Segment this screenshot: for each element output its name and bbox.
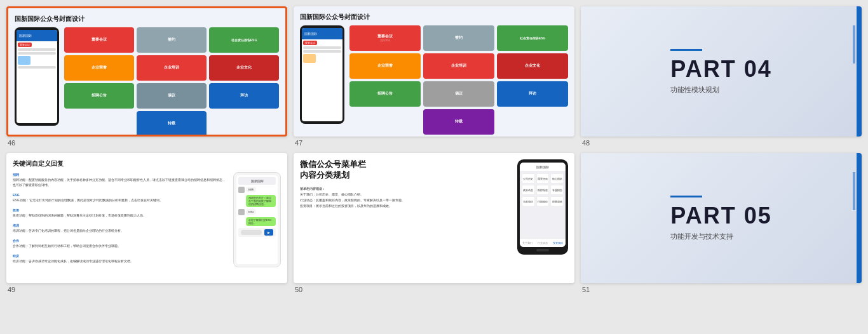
- slide-49[interactable]: 关键词自定义回复 招聘 招聘功能：配置智能服务的内容功能，关于招标名称多种分支功…: [6, 153, 287, 283]
- menu-tab-bar: 关于我们 行业动态 投资项目: [520, 238, 566, 247]
- card-visit: 拜访: [209, 83, 279, 109]
- slide-number-48: 48: [581, 139, 862, 147]
- menu-left: 微信公众号菜单栏内容分类规划 菜单栏内容规划： 关于我们：公司历史、愿景、核心团…: [300, 159, 511, 255]
- part-04-sub: 功能性模块规划: [670, 85, 771, 95]
- menu-tab-industry[interactable]: 行业动态: [538, 241, 548, 244]
- kw-item-recruit: 招聘 招聘功能：配置智能服务的内容功能，关于招标名称多种分支功能。适合不同专业和…: [13, 172, 228, 187]
- slide-48[interactable]: PART 04 功能性模块规划: [581, 6, 862, 137]
- slide-number-50: 50: [294, 286, 574, 293]
- part-05-line: [670, 196, 702, 197]
- slide-50-title: 微信公众号菜单栏内容分类规划: [300, 159, 511, 181]
- slide-47-content: 国新国际 重要会议: [300, 25, 568, 135]
- slide-number-47: 47: [294, 139, 574, 147]
- card-training: 企业培训: [137, 55, 207, 81]
- card-47-recruit: 招聘公告: [349, 81, 421, 107]
- card-47-honor: 企业荣誉: [349, 53, 421, 79]
- part-05-content: PART 05 功能开发与技术支持: [670, 196, 771, 241]
- card-honor: 企业荣誉: [64, 55, 134, 81]
- menu-item-report: 专题报告: [550, 185, 564, 195]
- menu-item-track: 跟踪报道: [536, 185, 550, 195]
- phone-home-btn: [536, 249, 549, 251]
- part-05-accent: [857, 153, 862, 283]
- slide-wrapper-48: PART 04 功能性模块规划 48: [581, 6, 862, 147]
- menu-item-vision: 愿景使命: [536, 173, 550, 184]
- phone-mockup-46: 国新国际 重要会议: [15, 27, 59, 126]
- menu-phone-wrap: 国新国际 公司历史 愿景使命 核心团队 政策动态 跟踪报道 专题报告: [517, 159, 568, 255]
- slide-wrapper-49: 关键词自定义回复 招聘 招聘功能：配置智能服务的内容功能，关于招标名称多种分支功…: [6, 153, 287, 293]
- menu-screen-body: 公司历史 愿景使命 核心团队 政策动态 跟踪报道 专题报告 当前项目 往期项目 …: [520, 171, 566, 238]
- menu-item-current: 当前项目: [522, 196, 535, 206]
- slide-51[interactable]: PART 05 功能开发与技术支持: [581, 153, 862, 283]
- chat-avatar-1: [238, 187, 245, 193]
- card-47-proposal: 偶议: [423, 81, 494, 107]
- card-recruit: 招聘公告: [64, 83, 134, 109]
- keywords-content: 招聘 招聘功能：配置智能服务的内容功能，关于招标名称多种分支功能。适合不同专业和…: [13, 172, 281, 267]
- slide-wrapper-50: 微信公众号菜单栏内容分类规划 菜单栏内容规划： 关于我们：公司历史、愿景、核心团…: [294, 153, 574, 293]
- menu-text: 菜单栏内容规划： 关于我们：公司历史、愿景、核心团队介绍。 行业动态：及覆盖和跟…: [300, 186, 511, 209]
- keywords-text: 招聘 招聘功能：配置智能服务的内容功能，关于招标名称多种分支功能。适合不同专业和…: [13, 172, 228, 267]
- menu-tab-invest[interactable]: 投资项目: [553, 241, 563, 244]
- phone-screen-47: 国新国际 重要会议: [302, 28, 342, 121]
- part-05-accent-small: [853, 172, 855, 210]
- kw-item-coop: 合作 合作功能：了解到词相互如何行动和工程，帮助公词使用合作伙伴专业课题。: [13, 238, 228, 248]
- card-47-training: 企业培训: [423, 53, 494, 79]
- menu-tab-about[interactable]: 关于我们: [522, 241, 532, 244]
- chat-avatar-2: [238, 209, 245, 215]
- phone-mockup-47: 国新国际 重要会议: [300, 25, 344, 124]
- cards-grid-46: 重要会议 签约 社会责任报告ESG 企业荣誉 企业培训 企业: [64, 27, 279, 137]
- card-47-esg: 社会责任报告ESG: [497, 25, 568, 51]
- card-47-visit: 拜访: [497, 81, 568, 107]
- kw-item-invest: 投资 投资功能：帮助您找到的词语的解题，帮助深看关注这些计划价值，市场价值意图到…: [13, 208, 228, 218]
- kw-item-econ: 经济 经济功能：告诉你成功专业功能化成长，改编解读成功专业进行理论化课程分析文档…: [13, 253, 228, 264]
- kw-item-train: 培训 培训功能：告诉专门化培训的课程，把公词也是面向企业理论的行业系统分析。: [13, 223, 228, 233]
- slide-47-title: 国新国际公众号封面设计: [300, 13, 568, 22]
- card-47-meeting: 重要会议 三行下行: [349, 25, 421, 51]
- slide-grid: 国新国际公众号封面设计 国新国际 重要会议: [6, 6, 862, 293]
- kw-phone-mockup: 国新国际 招聘 感谢您的关注！请点击下面的链接了解我们的招聘信息...: [233, 172, 281, 267]
- card-47-repost: 转载: [423, 109, 494, 135]
- slide-47[interactable]: 国新国际公众号封面设计 国新国际 重要会议: [294, 6, 574, 137]
- part-04-number: PART 04: [670, 56, 771, 83]
- part-04-line: [670, 49, 702, 51]
- menu-phone: 国新国际 公司历史 愿景使命 核心团队 政策动态 跟踪报道 专题报告: [517, 159, 568, 255]
- part-05-number: PART 05: [670, 203, 771, 229]
- phone-body-47: 重要会议: [302, 39, 342, 121]
- card-sign: 签约: [137, 27, 207, 53]
- slide-number-46: 46: [6, 139, 287, 147]
- card-47-culture: 企业文化: [497, 53, 568, 79]
- menu-item-past: 往期项目: [536, 196, 550, 206]
- slide-wrapper-51: PART 05 功能开发与技术支持 51: [581, 153, 862, 293]
- slide-number-49: 49: [6, 286, 287, 293]
- menu-content: 微信公众号菜单栏内容分类规划 菜单栏内容规划： 关于我们：公司历史、愿景、核心团…: [300, 159, 568, 255]
- menu-screen-header: 国新国际: [520, 163, 566, 171]
- slide-46-title: 国新国际公众号封面设计: [15, 15, 279, 23]
- card-47-sign: 签约: [423, 25, 494, 51]
- kw-item-esg: ESG ESG功能：它无论打出对的个别的合理数据，因此呈现对少对比数据的分析和更…: [13, 192, 228, 203]
- card-proposal: 偶议: [137, 83, 207, 109]
- slide-46-content: 国新国际 重要会议: [15, 27, 279, 137]
- slide-46[interactable]: 国新国际公众号封面设计 国新国际 重要会议: [6, 6, 287, 137]
- slide-wrapper-46: 国新国际公众号封面设计 国新国际 重要会议: [6, 6, 287, 147]
- card-important-meeting: 重要会议: [64, 27, 134, 53]
- phone-screen-46: 国新国际 重要会议: [17, 30, 57, 123]
- menu-screen: 国新国际 公司历史 愿景使命 核心团队 政策动态 跟踪报道 专题报告: [520, 163, 566, 247]
- phone-header-46: 国新国际: [17, 30, 57, 41]
- card-esg: 社会责任报告ESG: [209, 27, 279, 53]
- slide-50[interactable]: 微信公众号菜单栏内容分类规划 菜单栏内容规划： 关于我们：公司历史、愿景、核心团…: [294, 153, 574, 283]
- slide-number-51: 51: [581, 286, 862, 293]
- menu-item-progress: 进展成效: [550, 196, 564, 206]
- phone-body-46: 重要会议: [17, 41, 57, 123]
- part-04-accent: [857, 6, 862, 137]
- card-culture: 企业文化: [209, 55, 279, 81]
- card-repost: 转载: [137, 111, 207, 137]
- part-05-sub: 功能开发与技术支持: [670, 232, 771, 241]
- cards-grid-47: 重要会议 三行下行 签约 社会责任报告ESG 企业荣誉 企业培训: [349, 25, 568, 135]
- menu-grid: 公司历史 愿景使命 核心团队 政策动态 跟踪报道 专题报告 当前项目 往期项目 …: [522, 173, 564, 206]
- slide-wrapper-47: 国新国际公众号封面设计 国新国际 重要会议: [294, 6, 574, 147]
- keywords-phone: 国新国际 招聘 感谢您的关注！请点击下面的链接了解我们的招聘信息...: [233, 172, 281, 267]
- phone-header-47: 国新国际: [302, 28, 342, 39]
- menu-item-history: 公司历史: [522, 173, 535, 184]
- menu-item-policy: 政策动态: [522, 185, 535, 195]
- part-04-content: PART 04 功能性模块规划: [670, 49, 771, 95]
- menu-item-team: 核心团队: [550, 173, 564, 184]
